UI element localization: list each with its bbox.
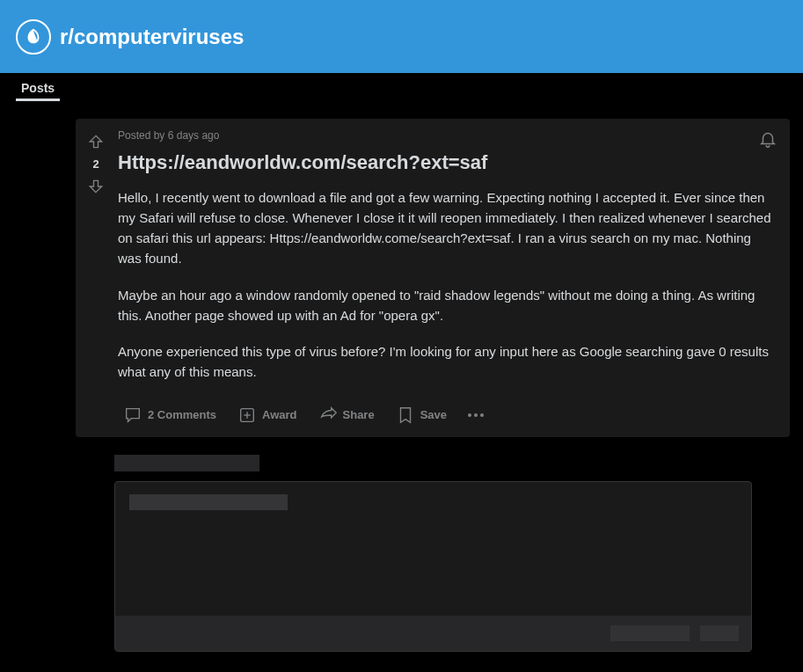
save-button[interactable]: Save bbox=[391, 400, 452, 430]
share-button[interactable]: Share bbox=[313, 400, 380, 430]
comments-label: 2 Comments bbox=[148, 408, 216, 421]
post-paragraph: Maybe an hour ago a window randomly open… bbox=[118, 285, 776, 326]
notify-icon[interactable] bbox=[758, 129, 777, 152]
upvote-button[interactable] bbox=[85, 131, 106, 152]
post-text: Hello, I recently went to download a fil… bbox=[118, 187, 776, 383]
comment-editor-block bbox=[76, 455, 753, 652]
save-label: Save bbox=[420, 408, 447, 421]
post-actions: 2 Comments Award Share Save bbox=[118, 398, 776, 430]
award-label: Award bbox=[262, 408, 297, 421]
comments-button[interactable]: 2 Comments bbox=[118, 400, 222, 430]
subreddit-name[interactable]: r/computerviruses bbox=[60, 25, 244, 49]
post-card: 2 Posted by 6 days ago Https://eandworld… bbox=[76, 119, 790, 437]
toolbar-skeleton bbox=[700, 625, 739, 641]
vote-column: 2 bbox=[76, 126, 116, 434]
toolbar-skeleton bbox=[610, 625, 690, 641]
subreddit-icon[interactable] bbox=[16, 19, 51, 55]
placeholder-skeleton bbox=[129, 494, 288, 510]
comment-toolbar bbox=[115, 616, 751, 651]
share-label: Share bbox=[343, 408, 375, 421]
downvote-button[interactable] bbox=[85, 176, 106, 197]
tab-bar: Posts bbox=[0, 73, 803, 101]
award-button[interactable]: Award bbox=[232, 400, 303, 430]
subreddit-banner: r/computerviruses bbox=[0, 0, 803, 73]
post-paragraph: Hello, I recently went to download a fil… bbox=[118, 187, 776, 269]
post-paragraph: Anyone experienced this type of virus be… bbox=[118, 341, 776, 383]
tab-posts[interactable]: Posts bbox=[16, 77, 60, 101]
post-title: Https://eandworldw.com/search?ext=saf bbox=[118, 150, 776, 175]
post-body: Posted by 6 days ago Https://eandworldw.… bbox=[116, 126, 790, 434]
post-meta: Posted by 6 days ago bbox=[118, 129, 776, 142]
comment-as-label-skeleton bbox=[114, 455, 259, 471]
more-button[interactable] bbox=[463, 408, 489, 422]
comment-textarea[interactable] bbox=[114, 481, 752, 652]
vote-score: 2 bbox=[92, 152, 99, 176]
